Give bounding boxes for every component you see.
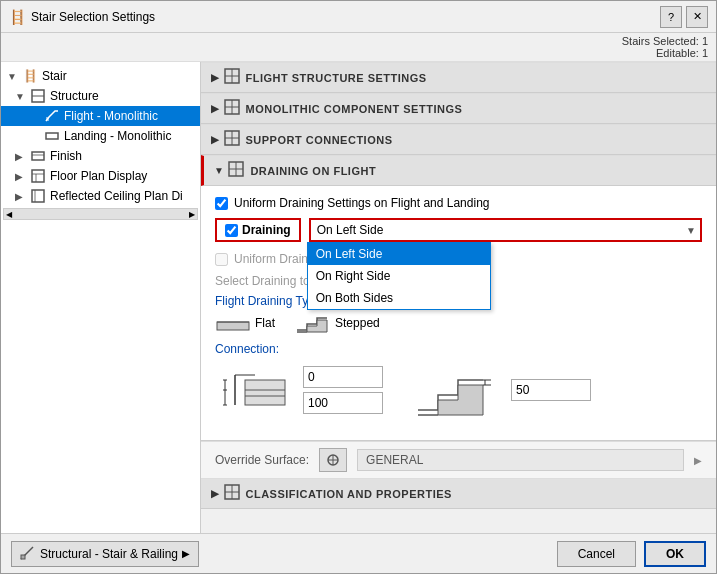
expand-structure: ▼ — [15, 91, 29, 102]
structure-label: Structure — [50, 89, 99, 103]
flight-structure-arrow: ▶ — [211, 72, 220, 83]
expand-floor-plan: ▶ — [15, 171, 29, 182]
scroll-left[interactable]: ◀ — [6, 210, 12, 219]
expand-stair: ▼ — [7, 71, 21, 82]
override-value: GENERAL — [357, 449, 684, 471]
uniform-draining-checkbox[interactable] — [215, 197, 228, 210]
flight-monolithic-label: Flight - Monolithic — [64, 109, 158, 123]
floor-plan-label: Floor Plan Display — [50, 169, 147, 183]
draining-arrow: ▼ — [214, 165, 224, 176]
tree-item-ceiling-plan[interactable]: ▶ Reflected Ceiling Plan Di — [1, 186, 200, 206]
override-icon-button[interactable] — [319, 448, 347, 472]
tree-item-landing-monolithic[interactable]: Landing - Monolithic — [1, 126, 200, 146]
flight-structure-label: FLIGHT STRUCTURE SETTINGS — [246, 72, 427, 84]
tree-item-flight-monolithic[interactable]: Flight - Monolithic — [1, 106, 200, 126]
expand-ceiling: ▶ — [15, 191, 29, 202]
classification-arrow: ▶ — [211, 488, 220, 499]
left-inputs — [303, 366, 383, 414]
title-bar-left: 🪜 Stair Selection Settings — [9, 9, 155, 25]
classification-label: CLASSIFICATION AND PROPERTIES — [246, 488, 452, 500]
svg-rect-44 — [21, 555, 25, 559]
tree-item-stair[interactable]: ▼ 🪜 Stair — [1, 66, 200, 86]
stepped-label: Stepped — [335, 316, 380, 330]
landing-monolithic-label: Landing - Monolithic — [64, 129, 171, 143]
stair-label: Stair — [42, 69, 67, 83]
draining-content: Uniform Draining Settings on Flight and … — [201, 186, 716, 441]
uniform-lr-checkbox[interactable] — [215, 253, 228, 266]
stair-icon: 🪜 — [21, 69, 39, 83]
monolithic-header[interactable]: ▶ MONOLITHIC COMPONENT SETTINGS — [201, 93, 716, 124]
structure-icon — [29, 89, 47, 103]
option-on-left-side[interactable]: On Left Side — [308, 243, 490, 265]
help-button[interactable]: ? — [660, 6, 682, 28]
tree-item-structure[interactable]: ▼ Structure — [1, 86, 200, 106]
classification-icon — [224, 484, 240, 503]
classification-header[interactable]: ▶ CLASSIFICATION AND PROPERTIES — [201, 478, 716, 509]
tree-item-finish[interactable]: ▶ Finish — [1, 146, 200, 166]
ceiling-label: Reflected Ceiling Plan Di — [50, 189, 183, 203]
info-bar: Stairs Selected: 1 Editable: 1 — [1, 33, 716, 62]
draining-dropdown[interactable]: On Left Side On Right Side On Both Sides — [311, 220, 491, 240]
option-on-right-side[interactable]: On Right Side — [308, 265, 490, 287]
stepped-icon — [295, 312, 331, 334]
bottom-bar: Structural - Stair & Railing ▶ Cancel OK — [1, 533, 716, 573]
override-expand-arrow: ▶ — [694, 455, 702, 466]
scroll-right[interactable]: ▶ — [189, 210, 195, 219]
input-bottom-value[interactable] — [303, 392, 383, 414]
draining-main-row: Draining On Left Side On Right Side On B… — [215, 218, 702, 242]
stair-icon-left — [20, 545, 36, 563]
main-window: 🪜 Stair Selection Settings ? ✕ Stairs Se… — [0, 0, 717, 574]
floor-plan-icon — [29, 169, 47, 183]
stair-railing-button[interactable]: Structural - Stair & Railing ▶ — [11, 541, 199, 567]
close-button[interactable]: ✕ — [686, 6, 708, 28]
draining-on-flight-header[interactable]: ▼ DRAINING ON FLIGHT — [201, 155, 716, 186]
draining-checkbox[interactable] — [225, 224, 238, 237]
input-top-value[interactable] — [303, 366, 383, 388]
svg-rect-4 — [32, 152, 44, 160]
flat-icon — [215, 312, 251, 334]
landing-icon — [43, 129, 61, 143]
flight-structure-header[interactable]: ▶ FLIGHT STRUCTURE SETTINGS — [201, 62, 716, 93]
option-on-both-sides[interactable]: On Both Sides — [308, 287, 490, 309]
bottom-buttons: Cancel OK — [557, 541, 706, 567]
flat-option[interactable]: Flat — [215, 312, 275, 334]
editable-count: Editable: 1 — [656, 47, 708, 59]
support-connections-label: SUPPORT CONNECTIONS — [246, 134, 393, 146]
flat-label: Flat — [255, 316, 275, 330]
expand-finish: ▶ — [15, 151, 29, 162]
connection-label: Connection: — [215, 342, 702, 356]
draining-on-flight-label: DRAINING ON FLIGHT — [250, 165, 376, 177]
stairs-selected: Stairs Selected: 1 — [622, 35, 708, 47]
ok-button[interactable]: OK — [644, 541, 706, 567]
override-label: Override Surface: — [215, 453, 309, 467]
uniform-draining-label: Uniform Draining Settings on Flight and … — [234, 196, 489, 210]
override-surface-row: Override Surface: GENERAL ▶ — [201, 441, 716, 478]
title-bar-controls: ? ✕ — [660, 6, 708, 28]
svg-rect-6 — [32, 170, 44, 182]
stair-label: Structural - Stair & Railing — [40, 547, 178, 561]
svg-rect-3 — [46, 133, 58, 139]
monolithic-label: MONOLITHIC COMPONENT SETTINGS — [246, 103, 463, 115]
support-connections-icon — [224, 130, 240, 149]
ceiling-icon — [29, 189, 47, 203]
left-diagram-svg — [215, 360, 295, 420]
finish-icon — [29, 149, 47, 163]
svg-rect-9 — [32, 190, 44, 202]
stepped-option[interactable]: Stepped — [295, 312, 380, 334]
cancel-button[interactable]: Cancel — [557, 541, 636, 567]
input-right-value[interactable] — [511, 379, 591, 401]
draining-checkbox-container: Draining — [215, 218, 301, 242]
scroll-bar: ◀ ▶ — [3, 208, 198, 220]
left-panel: ▼ 🪜 Stair ▼ Structure Flight - Monolithi… — [1, 62, 201, 533]
diagram-row — [215, 360, 702, 420]
dropdown-arrow-icon: ▼ — [686, 225, 696, 236]
draining-icon — [228, 161, 244, 180]
support-connections-header[interactable]: ▶ SUPPORT CONNECTIONS — [201, 124, 716, 155]
left-diagram — [215, 360, 383, 420]
window-icon: 🪜 — [9, 9, 25, 25]
monolithic-icon — [224, 99, 240, 118]
svg-rect-23 — [217, 322, 249, 330]
main-content: ▼ 🪜 Stair ▼ Structure Flight - Monolithi… — [1, 62, 716, 533]
svg-rect-27 — [245, 380, 285, 405]
tree-item-floor-plan[interactable]: ▶ Floor Plan Display — [1, 166, 200, 186]
